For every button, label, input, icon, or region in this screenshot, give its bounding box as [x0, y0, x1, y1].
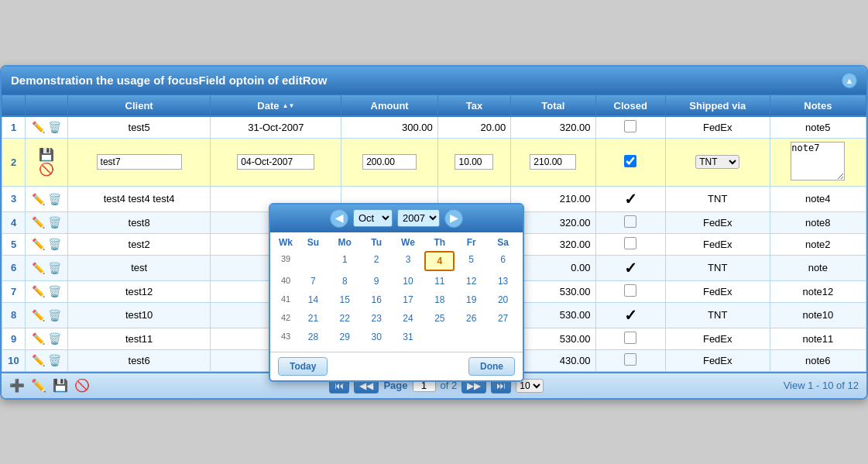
delete-icon[interactable]: 🗑️ [48, 121, 61, 133]
cal-day-cell[interactable]: 28 [298, 328, 328, 345]
cancel-row-icon[interactable]: 🚫 [74, 378, 90, 393]
closed-cell [595, 233, 665, 255]
shipped-cell: TNT [665, 302, 770, 328]
closed-cell [595, 349, 665, 371]
delete-icon[interactable]: 🗑️ [48, 193, 61, 205]
closed-checkbox[interactable] [624, 155, 636, 167]
edit-icon[interactable]: ✏️ [32, 238, 45, 250]
col-client: Client [68, 95, 211, 116]
cal-day-cell[interactable]: 12 [456, 273, 486, 290]
cal-day-cell[interactable]: 2 [362, 251, 392, 271]
cal-header-cell: Fr [456, 237, 486, 248]
cal-day-cell[interactable]: 10 [393, 273, 424, 290]
cal-day-cell[interactable]: 16 [362, 291, 392, 308]
cancel-icon[interactable]: 🚫 [39, 163, 54, 176]
edit-icon[interactable]: ✏️ [32, 332, 45, 345]
col-notes: Notes [770, 95, 866, 116]
cal-header-cell: Th [424, 237, 455, 248]
shipped-select[interactable]: FedExTNTUPSDHL [695, 155, 739, 169]
cal-day-cell[interactable]: 21 [298, 310, 328, 327]
cal-next-btn[interactable]: ▶ [444, 209, 463, 228]
cal-day-cell[interactable]: 20 [488, 291, 518, 308]
edit-icon[interactable]: ✏️ [32, 262, 45, 274]
closed-uncheck [624, 120, 636, 132]
cal-year-select[interactable]: 20052006200720082009 [397, 209, 440, 227]
client-cell[interactable] [68, 138, 211, 186]
date-input[interactable] [237, 154, 314, 170]
cal-prev-btn[interactable]: ◀ [330, 209, 348, 228]
cal-day-cell[interactable]: 17 [393, 291, 424, 308]
edit-icon[interactable]: ✏️ [32, 216, 45, 229]
cal-day-cell[interactable]: 4 [424, 251, 455, 271]
cal-week-row: 4114151617181920 [275, 291, 518, 308]
cal-day-cell[interactable]: 9 [362, 273, 392, 290]
cal-month-select[interactable]: JanFebMarAprMayJunJulAugSepOctNovDec [353, 209, 393, 227]
calendar-footer: Today Done [270, 352, 523, 380]
delete-icon[interactable]: 🗑️ [48, 309, 61, 321]
edit-icon[interactable]: ✏️ [32, 193, 45, 205]
delete-icon[interactable]: 🗑️ [48, 262, 61, 274]
today-button[interactable]: Today [278, 357, 328, 376]
closed-cell[interactable] [595, 138, 665, 186]
row-actions-cell: ✏️ 🗑️ [26, 349, 68, 371]
edit-icon[interactable]: ✏️ [32, 354, 45, 366]
amount-input[interactable] [362, 154, 417, 170]
cal-day-cell[interactable]: 3 [393, 251, 424, 271]
notes-cell: note11 [770, 328, 866, 349]
cal-week-num: 42 [275, 310, 297, 327]
shipped-cell[interactable]: FedExTNTUPSDHL [665, 138, 770, 186]
delete-icon[interactable]: 🗑️ [48, 216, 61, 229]
amount-cell[interactable] [341, 138, 437, 186]
edit-icon[interactable]: ✏️ [32, 121, 45, 133]
save-icon[interactable]: 💾 [39, 148, 54, 161]
notes-cell: note6 [770, 349, 866, 371]
cal-day-cell[interactable]: 24 [393, 310, 424, 327]
cal-day-cell[interactable]: 18 [424, 291, 455, 308]
date-sort-icon[interactable]: ▲▼ [283, 102, 295, 109]
save-row-icon[interactable]: 💾 [53, 378, 68, 393]
collapse-button[interactable]: ▲ [842, 73, 857, 88]
client-input[interactable] [97, 154, 182, 170]
edit-icon[interactable]: ✏️ [32, 285, 45, 297]
client-cell: test5 [68, 116, 211, 138]
cal-day-cell[interactable]: 26 [456, 310, 486, 327]
cal-day-cell[interactable]: 14 [298, 291, 328, 308]
cal-day-cell[interactable]: 29 [330, 328, 360, 345]
cal-day-cell[interactable]: 1 [330, 251, 360, 271]
row-actions-cell: 💾 🚫 [26, 138, 68, 186]
edit-icon[interactable]: ✏️ [32, 309, 45, 321]
shipped-cell: FedEx [665, 280, 770, 302]
tax-cell[interactable] [437, 138, 510, 186]
done-button[interactable]: Done [468, 357, 515, 376]
cal-day-cell[interactable]: 15 [330, 291, 360, 308]
row-actions-cell: ✏️ 🗑️ [26, 328, 68, 349]
cal-day-cell[interactable]: 5 [456, 251, 486, 271]
cal-day-cell[interactable]: 25 [424, 310, 455, 327]
total-input[interactable] [530, 154, 576, 170]
cal-day-cell[interactable]: 19 [456, 291, 486, 308]
cal-day-cell[interactable]: 6 [488, 251, 518, 271]
tax-input[interactable] [455, 154, 493, 170]
header-row: Client Date ▲▼ Amount Tax Total Closed S… [2, 95, 866, 116]
cal-day-cell[interactable]: 22 [330, 310, 360, 327]
delete-icon[interactable]: 🗑️ [48, 285, 61, 297]
cal-day-cell[interactable]: 30 [362, 328, 392, 345]
cal-day-cell[interactable]: 7 [298, 273, 328, 290]
cal-day-cell[interactable]: 13 [488, 273, 518, 290]
shipped-cell: FedEx [665, 116, 770, 138]
cal-week-num: 40 [275, 273, 297, 290]
add-row-icon[interactable]: ➕ [9, 378, 25, 393]
delete-icon[interactable]: 🗑️ [48, 354, 61, 366]
cal-day-cell[interactable]: 23 [362, 310, 392, 327]
date-cell[interactable] [211, 138, 341, 186]
delete-icon[interactable]: 🗑️ [48, 332, 61, 345]
total-cell[interactable] [511, 138, 595, 186]
notes-cell[interactable]: note7 [770, 138, 866, 186]
cal-day-cell[interactable]: 31 [393, 328, 424, 345]
cal-day-cell[interactable]: 11 [424, 273, 455, 290]
edit-row-icon[interactable]: ✏️ [31, 378, 46, 393]
delete-icon[interactable]: 🗑️ [48, 238, 61, 250]
cal-day-cell[interactable]: 8 [330, 273, 360, 290]
notes-textarea[interactable]: note7 [791, 142, 845, 180]
cal-day-cell[interactable]: 27 [488, 310, 518, 327]
